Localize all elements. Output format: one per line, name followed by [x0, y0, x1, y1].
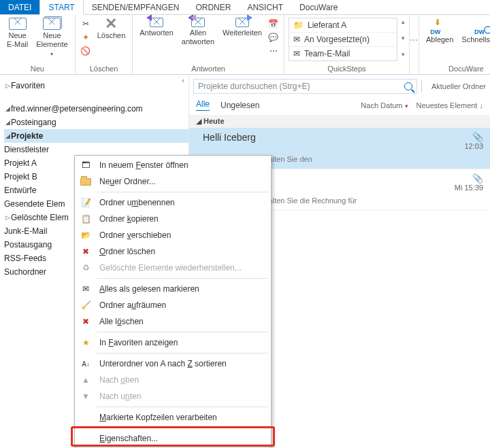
nav-label: Junk-E-Mail [4, 226, 47, 236]
ctx-show-in-favorites[interactable]: ★In Favoriten anzeigen [76, 334, 270, 351]
forward-button[interactable]: Weiterleiten [218, 16, 266, 39]
ctx-move-up: ▲Nach oben [76, 372, 270, 388]
newest-dropdown[interactable]: Neuestes Element ↓ [416, 101, 483, 109]
ctx-delete-all[interactable]: ✖Alle löschen [76, 313, 270, 330]
ribbon: Neue E-Mail Neue Elemente ▾ Neu ✂ ✦ 🚫 ✕ … [0, 15, 490, 75]
nav-inbox[interactable]: ◢Posteingang [4, 116, 189, 129]
ctx-label: Nach unten [99, 392, 141, 401]
junk-icon[interactable]: 🚫 [80, 45, 92, 57]
arrow-down-icon: ▼ [79, 390, 93, 402]
ctx-label: In neuem Fenster öffnen [99, 160, 189, 170]
newest-label: Neuestes Element [416, 101, 478, 109]
ctx-label: Ordner aufräumen [99, 300, 166, 310]
folder-context-menu: 🗔In neuem Fenster öffnen Neuer Ordner...… [74, 155, 272, 448]
filter-bar: Alle Ungelesen Nach Datum ▾ Neuestes Ele… [189, 97, 490, 115]
ctx-label: Ordner kopieren [99, 214, 159, 224]
forward-label: Weiterleiten [223, 29, 262, 37]
meeting-icon[interactable]: 📅 [267, 18, 280, 30]
forward-icon: ✉ [293, 35, 300, 44]
ribbon-group-delete: ✂ ✦ 🚫 ✕ Löschen Löschen [76, 15, 133, 74]
headers-icon [79, 411, 93, 424]
ribbon-group-docuware: ⬇DW Ablegen DW Schnellsuche DocuWare [419, 15, 490, 74]
ctx-cleanup-folder[interactable]: 🧹Ordner aufräumen [76, 297, 270, 313]
tab-file[interactable]: DATEI [0, 0, 39, 14]
search-icon [404, 82, 412, 90]
ctx-label: Alle löschen [99, 317, 144, 326]
im-icon[interactable]: 💬 [267, 31, 280, 44]
filter-all[interactable]: Alle [196, 99, 210, 111]
ctx-label: Unterordner von A nach Z sortieren [99, 359, 227, 368]
docuware-quicksearch-button[interactable]: DW Schnellsuche [457, 16, 490, 46]
new-mail-label: Neue E-Mail [7, 31, 28, 49]
group-header-today[interactable]: ◢ Heute [189, 115, 490, 128]
nav-label: Gelöschte Elem [11, 213, 69, 222]
delete-button[interactable]: ✕ Löschen [93, 16, 130, 41]
quicksteps-gallery[interactable]: 📁Lieferant A ✉An Vorgesetzte(n) ✉Team-E-… [289, 18, 397, 61]
group-label-docuware: DocuWare [422, 63, 490, 74]
search-input[interactable]: Projekte durchsuchen (Strg+E) [193, 79, 417, 94]
ctx-move-folder[interactable]: 📂Ordner verschieben [76, 227, 270, 243]
group-label-delete: Löschen [78, 63, 130, 74]
reply-label: Antworten [140, 29, 174, 37]
ctx-process-headers[interactable]: Markierte Kopfzeilen verarbeiten [76, 409, 270, 426]
nav-favorites[interactable]: ▷Favoriten [4, 79, 189, 92]
ctx-label: Neuer Ordner... [99, 177, 156, 186]
ribbon-overflow[interactable]: ⋯ [410, 15, 419, 74]
ribbon-group-respond: Antworten Allen antworten Weiterleiten 📅… [133, 15, 284, 74]
nav-label: Dienstleister [4, 145, 49, 154]
docuware-quicksearch-label: Schnellsuche [461, 35, 490, 44]
delete-folder-icon: ✖ [79, 245, 93, 258]
ctx-copy-folder[interactable]: 📋Ordner kopieren [76, 211, 270, 227]
ribbon-tabs: DATEI START SENDEN/EMPFANGEN ORDNER ANSI… [0, 0, 490, 15]
nav-service[interactable]: Dienstleister [4, 143, 189, 156]
ctx-restore-deleted: ♻Gelöschte Elemente wiederherstellen... [76, 260, 270, 276]
ctx-label: Alles als gelesen markieren [99, 284, 199, 294]
reply-button[interactable]: Antworten [135, 16, 178, 39]
properties-icon [79, 432, 93, 445]
ctx-open-new-window[interactable]: 🗔In neuem Fenster öffnen [76, 157, 270, 173]
ctx-sort-subfolders[interactable]: A↓Unterordner von A nach Z sortieren [76, 356, 270, 372]
collapse-nav-icon[interactable]: ‹ [182, 76, 184, 84]
ctx-mark-all-read[interactable]: ✉Alles als gelesen markieren [76, 281, 270, 297]
reply-all-button[interactable]: Allen antworten [178, 16, 218, 48]
message-time: 12:03 [464, 142, 483, 150]
more-respond-icon[interactable]: ⋯ [267, 45, 280, 57]
cleanup-icon[interactable]: ✦ [80, 31, 92, 44]
sort-az-icon: A↓ [79, 358, 93, 370]
filter-unread[interactable]: Ungelesen [220, 101, 259, 110]
docuware-store-button[interactable]: ⬇DW Ablegen [422, 16, 457, 46]
search-scope-dropdown[interactable]: Aktueller Ordner [431, 82, 486, 90]
quickstep-item[interactable]: ✉An Vorgesetzte(n) [289, 32, 397, 46]
folder-icon [79, 175, 93, 188]
star-icon: ★ [79, 337, 93, 349]
quicksteps-scroll[interactable]: ▴▾▾ [400, 16, 406, 60]
arrow-up-icon: ▲ [79, 374, 93, 386]
tab-folder[interactable]: ORDNER [187, 0, 239, 14]
nav-projects[interactable]: ◢Projekte [4, 129, 189, 143]
nav-account[interactable]: ◢fred.winner@petersengineering.com [4, 102, 189, 116]
quickstep-item[interactable]: ✉Team-E-Mail [289, 46, 397, 61]
mail-stack-icon [43, 18, 61, 30]
quickstep-label: Lieferant A [308, 20, 346, 30]
quickstep-item[interactable]: 📁Lieferant A [289, 18, 397, 32]
message-time: Mi 15:39 [455, 184, 483, 192]
search-bar: Projekte durchsuchen (Strg+E) Aktueller … [193, 79, 486, 94]
tab-view[interactable]: ANSICHT [239, 0, 291, 14]
ctx-new-folder[interactable]: Neuer Ordner... [76, 173, 270, 190]
tab-start[interactable]: START [39, 0, 83, 15]
ribbon-group-new: Neue E-Mail Neue Elemente ▾ Neu [0, 15, 76, 74]
attachment-icon: 📎 [472, 173, 483, 184]
tab-send-receive[interactable]: SENDEN/EMPFANGEN [84, 0, 188, 14]
ctx-delete-folder[interactable]: ✖Ordner löschen [76, 243, 270, 260]
ctx-rename-folder[interactable]: 📝Ordner umbenennen [76, 194, 270, 211]
window-icon: 🗔 [79, 159, 93, 171]
new-mail-button[interactable]: Neue E-Mail [3, 16, 32, 50]
ctx-label: Ordner umbenennen [99, 198, 175, 207]
quickstep-label: An Vorgesetzte(n) [304, 35, 370, 44]
ctx-properties[interactable]: Eigenschaften... [76, 430, 270, 447]
delete-all-icon: ✖ [79, 315, 93, 328]
new-items-button[interactable]: Neue Elemente ▾ [32, 16, 71, 60]
sort-dropdown[interactable]: Nach Datum ▾ [361, 101, 408, 109]
ignore-icon[interactable]: ✂ [80, 18, 92, 30]
tab-docuware[interactable]: DocuWare [291, 0, 346, 14]
